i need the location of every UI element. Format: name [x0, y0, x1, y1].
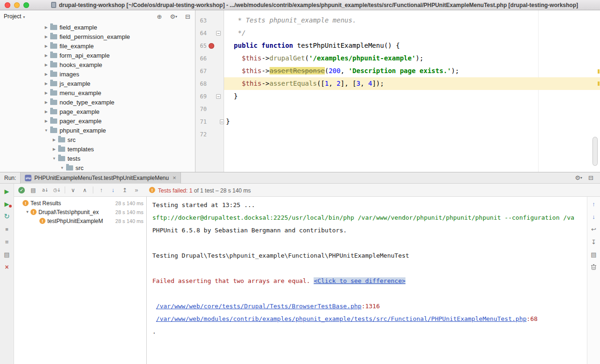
code-line-71[interactable]: 71− } — [195, 115, 600, 128]
run-tab-phpunit-test[interactable]: php PHPUnitExampleMenuTest.testPhpUnitEx… — [20, 172, 180, 184]
hide-panel-icon[interactable]: ⊟ — [185, 14, 190, 20]
trash-icon — [591, 264, 597, 270]
line-number: 65 — [195, 43, 207, 49]
down-stack-trace-icon[interactable]: ↓ — [589, 211, 599, 222]
toggle-auto-test-icon[interactable]: ↻ — [2, 211, 12, 222]
import-test-results-icon[interactable]: ↥ — [121, 186, 128, 194]
gear-icon[interactable]: ⚙▾ — [575, 175, 582, 181]
chevron-right-icon[interactable]: ▶ — [43, 44, 49, 48]
browser-test-base-link[interactable]: /var/www/web/core/tests/Drupal/Tests/Bro… — [156, 303, 361, 310]
code-line-63[interactable]: 63 * Tests phpunit_example menus. — [195, 14, 600, 27]
tree-item-tests[interactable]: ▼tests — [0, 154, 195, 163]
tree-item-label: js_example — [60, 80, 90, 87]
print-icon[interactable]: ▤ — [589, 249, 599, 260]
next-failed-test-icon[interactable]: ↓ — [109, 186, 117, 194]
chevron-right-icon[interactable]: ▶ — [43, 100, 49, 104]
test-node-class[interactable]: ▼ ! Drupal\Tests\phpunit_ex 28 s 140 ms — [14, 208, 146, 216]
gear-icon[interactable]: ⚙▾ — [170, 14, 177, 20]
chevron-down-icon[interactable]: ▾ — [23, 15, 25, 19]
scroll-to-end-icon[interactable]: ↧ — [589, 237, 599, 247]
tree-item-src[interactable]: ▶src — [0, 135, 195, 144]
warning-stripe-mark[interactable] — [598, 82, 600, 86]
chevron-right-icon[interactable]: ▶ — [51, 138, 57, 142]
export-test-results-icon[interactable]: ▤ — [2, 249, 12, 260]
chevron-right-icon[interactable]: ▶ — [43, 110, 49, 114]
chevron-right-icon[interactable]: ▶ — [51, 147, 57, 151]
chevron-down-icon[interactable]: ▼ — [51, 156, 57, 161]
stop-icon[interactable]: ■ — [2, 224, 12, 234]
chevron-right-icon[interactable]: ▶ — [43, 25, 49, 30]
test-node-method[interactable]: ! testPhpUnitExampleM 28 s 140 ms — [14, 216, 146, 225]
fold-icon[interactable]: − — [216, 94, 221, 99]
code-line-68-highlighted[interactable]: 68 $this->assertEquals([1, 2], [3, 4]); — [195, 77, 600, 90]
tree-item-hooks-example[interactable]: ▶hooks_example — [0, 60, 195, 69]
see-difference-link[interactable]: <Click to see difference> — [314, 277, 405, 284]
run-left-toolbar: ▶ ▶ ↻ ■ ≡ ▤ × — [0, 184, 14, 364]
show-passed-icon[interactable]: ✓ — [18, 186, 25, 194]
code-line-66[interactable]: 66 $this->drupalGet('/examples/phpunit-e… — [195, 52, 600, 65]
close-tab-icon[interactable]: × — [172, 175, 176, 181]
test-history-icon[interactable]: ≡ — [2, 237, 12, 247]
tree-item-form-api-example[interactable]: ▶form_api_example — [0, 51, 195, 60]
sort-alphabetically-icon[interactable]: a↓ — [41, 186, 49, 194]
chevron-down-icon[interactable]: ▼ — [24, 210, 30, 214]
warning-stripe-mark[interactable] — [598, 69, 600, 74]
tree-item-tests-src[interactable]: ▼src — [0, 163, 195, 172]
hide-panel-icon[interactable]: ⊟ — [588, 175, 593, 181]
rerun-tests-icon[interactable]: ▶ — [2, 186, 12, 196]
tree-item-templates[interactable]: ▶templates — [0, 144, 195, 154]
code-line-70[interactable]: 70 — [195, 103, 600, 115]
chevron-right-icon[interactable]: ▶ — [43, 91, 49, 95]
close-window-button[interactable] — [5, 2, 10, 8]
chevron-right-icon[interactable]: ▶ — [43, 35, 49, 39]
show-ignored-icon[interactable]: ▤ — [30, 186, 37, 194]
tree-item-js-example[interactable]: ▶js_example — [0, 79, 195, 88]
test-results-tree: ! Test Results 28 s 140 ms ▼ ! Drupal\Te… — [14, 197, 147, 364]
tree-item-field-permission-example[interactable]: ▶field_permission_example — [0, 32, 195, 41]
breakpoint-icon[interactable] — [209, 43, 214, 49]
rerun-failed-tests-icon[interactable]: ▶ — [2, 199, 12, 209]
test-node-root[interactable]: ! Test Results 28 s 140 ms — [14, 199, 146, 208]
code-editor[interactable]: 63 * Tests phpunit_example menus. 64− */… — [195, 10, 600, 172]
code-line-69[interactable]: 69− } — [195, 90, 600, 103]
tree-item-page-example[interactable]: ▶page_example — [0, 107, 195, 116]
editor-scrollbar[interactable] — [592, 137, 598, 166]
minimize-window-button[interactable] — [14, 2, 20, 8]
fold-icon[interactable]: − — [216, 31, 221, 36]
clear-all-icon[interactable] — [589, 262, 599, 272]
menu-test-file-link[interactable]: /var/www/web/modules/contrib/examples/ph… — [156, 315, 527, 322]
code-line-64[interactable]: 64− */ — [195, 27, 600, 39]
more-actions-icon[interactable]: » — [133, 186, 140, 194]
previous-failed-test-icon[interactable]: ↑ — [98, 186, 105, 194]
tree-item-label: src — [75, 164, 83, 171]
up-stack-trace-icon[interactable]: ↑ — [589, 199, 599, 209]
tree-item-node-type-example[interactable]: ▶node_type_example — [0, 97, 195, 107]
collapse-all-icon[interactable]: ∧ — [81, 186, 89, 194]
project-view-selector[interactable]: Project — [4, 13, 21, 20]
code-line-72[interactable]: 72 — [195, 128, 600, 141]
chevron-right-icon[interactable]: ▶ — [43, 82, 49, 86]
locate-file-icon[interactable]: ⊕ — [157, 14, 162, 20]
expand-all-icon[interactable]: ∨ — [69, 186, 77, 194]
code-line-65[interactable]: 65 public function testPhpUnitExampleMen… — [195, 39, 600, 52]
chevron-right-icon[interactable]: ▶ — [43, 53, 49, 58]
close-panel-icon[interactable]: × — [2, 262, 12, 272]
tree-item-images[interactable]: ▶images — [0, 69, 195, 79]
tree-item-file-example[interactable]: ▶file_example — [0, 41, 195, 51]
tree-item-field-example[interactable]: ▶field_example — [0, 22, 195, 32]
tree-item-pager-example[interactable]: ▶pager_example — [0, 116, 195, 126]
tree-item-label: page_example — [60, 108, 99, 115]
chevron-down-icon[interactable]: ▼ — [43, 128, 49, 133]
chevron-down-icon[interactable]: ▼ — [59, 166, 65, 170]
sort-by-duration-icon[interactable]: ◷↓ — [53, 186, 60, 194]
fold-icon[interactable]: − — [220, 119, 224, 124]
tree-item-label: phpunit_example — [60, 127, 106, 134]
chevron-right-icon[interactable]: ▶ — [43, 119, 49, 123]
chevron-right-icon[interactable]: ▶ — [43, 63, 49, 67]
zoom-window-button[interactable] — [23, 2, 29, 8]
tree-item-menu-example[interactable]: ▶menu_example — [0, 88, 195, 97]
tree-item-phpunit-example[interactable]: ▼phpunit_example — [0, 126, 195, 135]
soft-wrap-icon[interactable]: ↩ — [589, 224, 599, 234]
chevron-right-icon[interactable]: ▶ — [43, 72, 49, 76]
code-line-67[interactable]: 67 $this->assertResponse(200, 'Descripti… — [195, 65, 600, 77]
